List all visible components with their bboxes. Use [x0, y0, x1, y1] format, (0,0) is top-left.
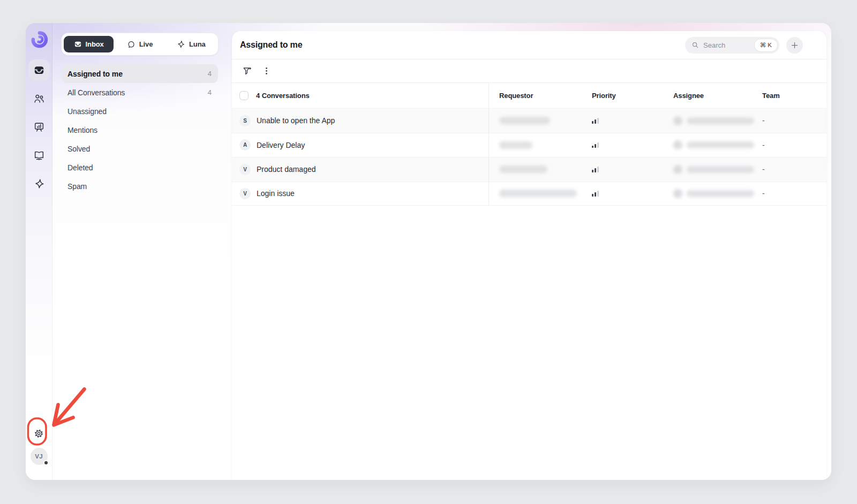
redacted-requestor [499, 190, 577, 197]
rail-nav-group [28, 59, 50, 194]
team-value: - [762, 141, 765, 149]
page-title: Assigned to me [240, 40, 302, 50]
priority-bars-icon [592, 142, 599, 148]
requestor-initial-avatar: A [239, 139, 251, 151]
tab-label: Inbox [86, 40, 104, 48]
folder-label: Unassigned [67, 107, 107, 116]
conversation-row[interactable]: A Delivery Delay - [232, 133, 826, 157]
rail-reports-button[interactable] [28, 116, 50, 138]
priority-bars-icon [592, 118, 599, 124]
folder-label: Deleted [67, 163, 93, 172]
add-filter-button[interactable] [242, 66, 252, 76]
status-dot [43, 460, 49, 465]
gear-icon [33, 428, 44, 439]
conversation-row[interactable]: S Unable to open the App - [232, 108, 826, 133]
folder-label: Assigned to me [67, 70, 123, 78]
conversation-title: Delivery Delay [257, 141, 305, 149]
folder-spam[interactable]: Spam [62, 177, 218, 195]
redacted-assignee-name [687, 141, 754, 148]
user-avatar[interactable]: VJ [31, 448, 48, 465]
folder-count: 4 [208, 70, 212, 78]
redacted-requestor [499, 141, 532, 149]
app-logo[interactable] [31, 31, 48, 48]
conversation-row[interactable]: V Login issue - [232, 182, 826, 206]
conversation-title: Product damaged [257, 165, 316, 174]
sparkle-icon [176, 40, 185, 49]
tab-luna[interactable]: Luna [166, 36, 216, 52]
tab-inbox[interactable]: Inbox [64, 36, 114, 52]
folder-solved[interactable]: Solved [62, 139, 218, 158]
swirl-logo-icon [31, 31, 48, 48]
conversation-rows: S Unable to open the App - A Delivery De… [232, 108, 826, 206]
folders-panel: Inbox Live Luna Assigned [52, 23, 232, 480]
folder-deleted[interactable]: Deleted [62, 158, 218, 177]
chat-bubble-icon [127, 40, 136, 49]
column-assignee[interactable]: Assignee [665, 83, 754, 108]
sparkle-icon [33, 178, 45, 190]
folder-label: All Conversations [67, 88, 125, 97]
conversations-count-label: 4 Conversations [256, 92, 310, 100]
folder-list: Assigned to me 4 All Conversations 4 Una… [62, 64, 218, 195]
rail-luna-button[interactable] [28, 173, 50, 194]
filter-plus-icon [242, 66, 252, 76]
priority-bars-icon [592, 167, 599, 172]
team-value: - [762, 116, 765, 125]
team-value: - [762, 165, 765, 174]
requestor-initial-avatar: S [239, 115, 251, 126]
tab-label: Luna [189, 40, 206, 48]
nav-rail: VJ [26, 23, 52, 480]
user-initials: VJ [35, 453, 42, 460]
folder-assigned-to-me[interactable]: Assigned to me 4 [62, 64, 218, 83]
folder-mentions[interactable]: Mentions [62, 121, 218, 139]
presentation-chart-icon [33, 121, 45, 133]
people-icon [33, 93, 45, 104]
rail-bottom-group: VJ [29, 424, 49, 465]
settings-button[interactable] [29, 424, 49, 443]
conversation-title: Login issue [257, 189, 295, 198]
tab-live[interactable]: Live [115, 36, 164, 52]
column-requestor[interactable]: Requestor [488, 83, 577, 108]
workspace-tabs: Inbox Live Luna [62, 33, 218, 55]
team-value: - [762, 189, 765, 198]
rail-inbox-button[interactable] [28, 59, 50, 81]
redacted-assignee-name [687, 117, 754, 124]
redacted-assignee-avatar [673, 116, 682, 125]
requestor-initial-avatar: V [239, 188, 251, 199]
shortcut-badge: ⌘ K [754, 39, 778, 52]
plus-icon [791, 41, 799, 49]
redacted-assignee-name [687, 190, 754, 197]
inbox-icon [74, 40, 82, 48]
conversation-row[interactable]: V Product damaged - [232, 157, 826, 182]
column-team[interactable]: Team [754, 83, 826, 108]
redacted-assignee-avatar [673, 189, 682, 198]
tab-label: Live [139, 40, 153, 48]
app-window: VJ Inbox [26, 23, 831, 480]
search-input[interactable]: Search ⌘ K [685, 37, 779, 54]
search-placeholder: Search [703, 41, 725, 49]
rail-contacts-button[interactable] [28, 88, 50, 109]
folder-label: Spam [67, 182, 87, 191]
table-header: 4 Conversations Requestor Priority Assig… [232, 83, 826, 108]
folder-unassigned[interactable]: Unassigned [62, 102, 218, 121]
folder-label: Mentions [67, 126, 97, 134]
requestor-initial-avatar: V [239, 164, 251, 175]
redacted-assignee-avatar [673, 140, 682, 149]
redacted-assignee-name [687, 166, 754, 173]
priority-bars-icon [592, 191, 599, 197]
column-priority[interactable]: Priority [577, 83, 665, 108]
redacted-requestor [499, 166, 547, 173]
more-options-button[interactable] [264, 65, 269, 77]
filter-toolbar [232, 59, 826, 83]
new-conversation-button[interactable] [786, 37, 803, 54]
search-icon [691, 41, 699, 49]
redacted-requestor [499, 117, 550, 124]
folder-all-conversations[interactable]: All Conversations 4 [62, 83, 218, 102]
select-all-checkbox[interactable] [239, 91, 249, 100]
book-icon [33, 149, 45, 161]
folder-label: Solved [67, 145, 90, 153]
folder-count: 4 [208, 88, 212, 96]
inbox-icon [33, 64, 45, 76]
conversation-title: Unable to open the App [257, 116, 335, 125]
rail-knowledge-button[interactable] [28, 145, 50, 166]
redacted-assignee-avatar [673, 165, 682, 174]
